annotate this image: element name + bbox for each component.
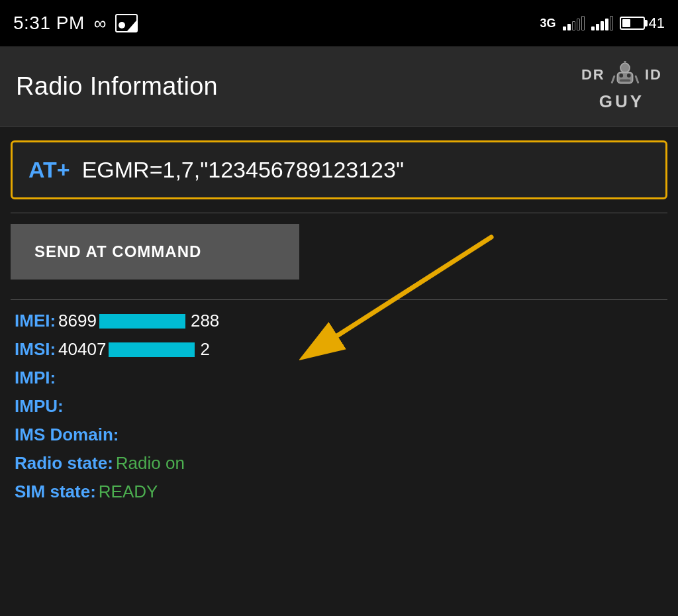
- separator-line: [11, 299, 667, 300]
- impu-label: IMPU:: [15, 396, 64, 417]
- info-section: IMEI: 8699 288 IMSI: 40407 2 IMPI: IMPU:…: [11, 311, 667, 502]
- main-content: AT+ SEND AT COMMAND IMEI: 8699: [0, 127, 678, 523]
- imsi-end: 2: [200, 339, 209, 360]
- bar3: [572, 21, 575, 30]
- ims-domain-label: IMS Domain:: [15, 425, 119, 445]
- logo-text-guy: GUY: [599, 91, 644, 112]
- sim-state-value: READY: [99, 482, 158, 502]
- status-bar: 5:31 PM ∞ 3G 41: [0, 0, 678, 46]
- image-icon: [115, 14, 138, 32]
- at-prefix: AT+: [28, 157, 70, 183]
- bar4: [605, 19, 608, 30]
- imsi-redacted: [109, 342, 195, 357]
- bar1: [591, 26, 595, 30]
- imei-line: IMEI: 8699 288: [15, 311, 663, 331]
- svg-line-8: [636, 76, 638, 82]
- status-left: 5:31 PM ∞: [13, 13, 138, 34]
- imsi-line: IMSI: 40407 2: [15, 339, 663, 360]
- svg-rect-4: [620, 79, 630, 81]
- 3g-signal-icon: 3G: [540, 17, 556, 30]
- send-button-container: SEND AT COMMAND: [11, 224, 667, 280]
- battery-container: 41: [620, 15, 665, 32]
- impu-line: IMPU:: [15, 396, 663, 417]
- at-command-box: AT+: [11, 140, 667, 199]
- logo-top: DR ID: [581, 61, 662, 90]
- droid-guy-logo: DR ID GUY: [581, 61, 662, 112]
- imei-end: 288: [191, 311, 219, 331]
- app-header: Radio Information DR ID GUY: [0, 46, 678, 127]
- svg-point-2: [619, 74, 623, 77]
- sim-state-label: SIM state:: [15, 482, 96, 502]
- imsi-start: 40407: [58, 339, 106, 360]
- bar5: [610, 16, 613, 30]
- bar4: [577, 19, 580, 30]
- infinity-icon: ∞: [94, 13, 107, 34]
- signal-bars-2: [591, 16, 613, 30]
- imei-label: IMEI:: [15, 311, 56, 331]
- imsi-label: IMSI:: [15, 339, 56, 360]
- at-command-input[interactable]: [82, 157, 650, 183]
- battery-fill: [622, 19, 630, 27]
- ims-domain-line: IMS Domain:: [15, 425, 663, 445]
- bar5: [581, 16, 585, 30]
- svg-point-6: [624, 61, 626, 63]
- radio-state-line: Radio state: Radio on: [15, 453, 663, 474]
- sim-state-line: SIM state: READY: [15, 482, 663, 502]
- divider-line: [11, 213, 667, 213]
- send-at-command-button[interactable]: SEND AT COMMAND: [11, 224, 299, 280]
- bar2: [596, 24, 599, 30]
- bar3: [601, 21, 604, 30]
- impi-label: IMPI:: [15, 368, 56, 388]
- radio-state-label: Radio state:: [15, 453, 113, 474]
- impi-line: IMPI:: [15, 368, 663, 388]
- status-right: 3G 41: [540, 15, 665, 32]
- battery-icon: [620, 17, 645, 30]
- imei-redacted: [99, 314, 185, 329]
- svg-line-7: [612, 76, 614, 82]
- logo-text-droid: DR ID: [581, 61, 662, 90]
- page-title: Radio Information: [16, 72, 218, 101]
- bar2: [567, 24, 571, 30]
- logo-robot-icon: [610, 61, 640, 90]
- imei-start: 8699: [58, 311, 97, 331]
- bar1: [563, 26, 566, 30]
- svg-point-0: [620, 63, 630, 72]
- signal-bars-1: [563, 16, 585, 30]
- svg-point-3: [627, 74, 631, 77]
- battery-level: 41: [649, 15, 665, 32]
- radio-state-value: Radio on: [116, 453, 185, 474]
- time-display: 5:31 PM: [13, 13, 85, 34]
